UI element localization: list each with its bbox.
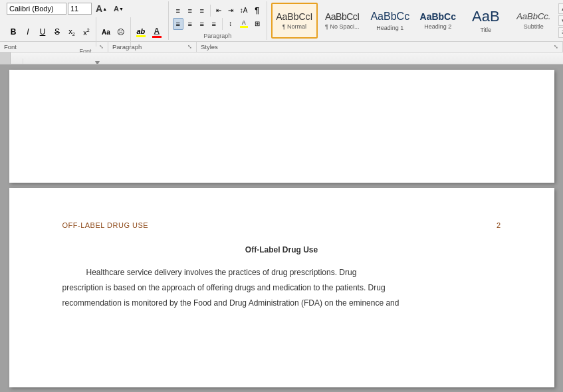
document-area: OFF-LABEL DRUG USE 2 Off-Label Drug Use … [0, 64, 563, 392]
styles-group-label: Styles [271, 39, 563, 40]
font-size-input[interactable] [68, 3, 92, 15]
bullets-icon: ≡ [176, 7, 180, 15]
multilevel-icon: ≡ [200, 7, 204, 15]
style-title[interactable]: AaB Title [463, 3, 509, 39]
decrease-indent-button[interactable]: ⇤ [213, 5, 224, 17]
styles-scroll-down-button[interactable]: ▾ [558, 15, 563, 26]
body-line-3: recommendation is monitored by the Food … [62, 298, 399, 308]
document-body[interactable]: Healthcare service delivery involves the… [62, 265, 501, 310]
paragraph-group-label: Paragraph [173, 31, 263, 40]
ribbon: A▲ A▼ B I U S x2 x2 Aa ☹ [0, 0, 563, 52]
font-group-footer: Font ⤡ [0, 42, 108, 52]
change-case-button[interactable]: Aa [99, 25, 113, 39]
font-color-button[interactable]: A [150, 25, 164, 39]
styles-more-button[interactable]: ☰ [558, 27, 563, 38]
style-normal-label: ¶ Normal [282, 23, 306, 30]
style-heading1[interactable]: AaBbCc Heading 1 [367, 3, 413, 39]
clear-format-button[interactable]: ☹ [114, 25, 128, 39]
para-row1: ≡ ≡ ≡ ⇤ ⇥ ↕A ¶ [173, 5, 263, 17]
increase-indent-icon: ⇥ [228, 7, 233, 14]
paragraph-group: ≡ ≡ ≡ ⇤ ⇥ ↕A ¶ ≡ ≡ ≡ ≡ [169, 1, 267, 40]
style-normal-preview: AaBbCcI [276, 11, 312, 23]
numbering-icon: ≡ [188, 7, 192, 15]
ruler-svg: 1 2 3 4 5 6 7 [23, 58, 563, 65]
ribbon-main-row: A▲ A▼ B I U S x2 x2 Aa ☹ [0, 0, 563, 41]
align-center-button[interactable]: ≡ [185, 18, 195, 30]
para-dialog-launcher[interactable]: ⤡ [187, 44, 192, 50]
ruler: 1 2 3 4 5 6 7 [0, 52, 563, 64]
svg-text:7: 7 [461, 62, 465, 65]
justify-button[interactable]: ≡ [209, 18, 219, 30]
font-name-row: A▲ A▼ [7, 3, 164, 15]
highlight-icon: ab [136, 27, 146, 37]
body-line-2: prescription is based on the approach of… [62, 283, 386, 292]
group-labels-row: Font ⤡ Paragraph ⤡ Styles ⤡ [0, 41, 563, 52]
strikethrough-icon: S [55, 27, 60, 37]
styles-scroll-up-button[interactable]: ▴ [558, 3, 563, 14]
align-left-button[interactable]: ≡ [173, 18, 183, 30]
align-center-icon: ≡ [188, 20, 192, 28]
sort-button[interactable]: ↕A [237, 5, 251, 17]
style-subtitle[interactable]: AaBbCc. Subtitle [510, 3, 557, 39]
line-spacing-button[interactable]: ↕ [225, 18, 236, 30]
paragraph-group-footer: Paragraph ⤡ [108, 42, 197, 52]
style-no-spacing[interactable]: AaBbCcI ¶ No Spaci... [319, 3, 366, 39]
superscript-icon: x2 [83, 28, 89, 37]
styles-group: AaBbCcI ¶ Normal AaBbCcI ¶ No Spaci... A… [267, 1, 563, 40]
align-right-button[interactable]: ≡ [197, 18, 207, 30]
subscript-button[interactable]: x2 [65, 25, 78, 39]
shading-icon: A [240, 19, 248, 28]
svg-text:6: 6 [397, 62, 400, 65]
styles-controls: AaBbCcI ¶ Normal AaBbCcI ¶ No Spaci... A… [271, 3, 563, 39]
show-para-button[interactable]: ¶ [251, 5, 262, 17]
underline-button[interactable]: U [36, 25, 49, 39]
style-title-label: Title [480, 27, 491, 33]
shading-button[interactable]: A [237, 18, 251, 30]
font-dialog-launcher[interactable]: ⤡ [99, 44, 104, 50]
font-size-grow-button[interactable]: A▲ [93, 3, 110, 15]
bullets-button[interactable]: ≡ [173, 5, 183, 17]
font-size-shrink-button[interactable]: A▼ [111, 3, 126, 15]
style-nospacing-preview: AaBbCcI [325, 11, 360, 23]
page-2-content: OFF-LABEL DRUG USE 2 Off-Label Drug Use … [9, 188, 554, 387]
highlight-text-icon: ab [136, 27, 145, 35]
para-div2 [222, 18, 223, 30]
styles-dialog-launcher[interactable]: ⤡ [554, 44, 558, 50]
svg-text:4: 4 [268, 62, 271, 65]
style-heading2-preview: AaBbCc [420, 11, 456, 23]
borders-icon: ⊞ [255, 20, 260, 27]
para-row2: ≡ ≡ ≡ ≡ ↕ A ⊞ [173, 18, 263, 30]
font-color-icon: A [152, 27, 162, 38]
para-controls: ≡ ≡ ≡ ⇤ ⇥ ↕A ¶ ≡ ≡ ≡ ≡ [173, 3, 263, 31]
style-title-preview: AaB [472, 8, 500, 25]
superscript-button[interactable]: x2 [80, 25, 93, 39]
italic-button[interactable]: I [21, 25, 35, 39]
font-name-input[interactable] [7, 3, 66, 15]
borders-button[interactable]: ⊞ [252, 18, 263, 30]
change-case-icon: Aa [102, 29, 110, 36]
underline-icon: U [40, 27, 46, 37]
page-header-title: OFF-LABEL DRUG USE [62, 221, 149, 229]
style-normal[interactable]: AaBbCcI ¶ Normal [271, 3, 318, 39]
style-heading2[interactable]: AaBbCc Heading 2 [415, 3, 461, 39]
style-heading1-label: Heading 1 [376, 25, 403, 31]
increase-indent-button[interactable]: ⇥ [225, 5, 236, 17]
page-1[interactable] [9, 70, 554, 183]
style-subtitle-label: Subtitle [524, 23, 544, 30]
styles-group-footer: Styles ⤡ [197, 42, 563, 52]
justify-icon: ≡ [212, 20, 216, 28]
highlight-color-bar [136, 35, 146, 37]
font-color-bar [152, 36, 162, 38]
multilevel-button[interactable]: ≡ [197, 5, 207, 17]
shading-A-icon: A [242, 19, 246, 26]
highlight-button[interactable]: ab [134, 25, 148, 39]
numbering-button[interactable]: ≡ [185, 5, 195, 17]
page-2[interactable]: OFF-LABEL DRUG USE 2 Off-Label Drug Use … [9, 188, 554, 387]
page-header: OFF-LABEL DRUG USE 2 [62, 221, 501, 229]
bold-button[interactable]: B [7, 25, 20, 39]
svg-text:2: 2 [139, 62, 142, 65]
ruler-corner [0, 52, 11, 64]
para-label-text: Paragraph [112, 43, 142, 50]
sort-icon: ↕A [240, 7, 248, 14]
strikethrough-button[interactable]: S [51, 25, 64, 39]
